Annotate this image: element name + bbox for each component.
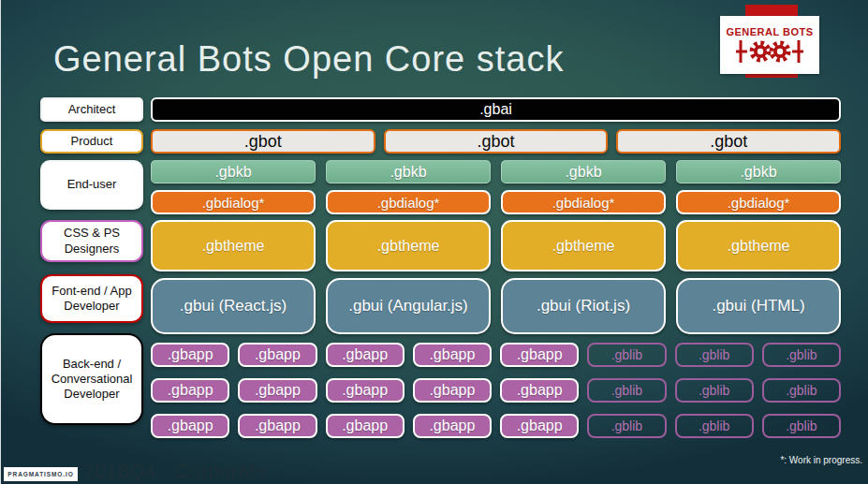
row-gbkb: .gbkb .gbkb .gbkb .gbkb bbox=[151, 160, 841, 183]
gbdialog-block: .gbdialog* bbox=[151, 190, 316, 214]
gbui-html-block: .gbui (HTML) bbox=[676, 278, 841, 334]
row-architect: .gbai bbox=[151, 97, 841, 122]
gbapp-block: .gbapp bbox=[151, 343, 229, 367]
gbui-angular-block: .gbui (Angular.js) bbox=[326, 278, 491, 334]
gears-icon bbox=[735, 38, 804, 65]
gbapp-block: .gbapp bbox=[326, 378, 405, 403]
gbdialog-block: .gbdialog* bbox=[326, 190, 491, 214]
gbapp-block: .gbapp bbox=[500, 414, 579, 438]
gbapp-block: .gbapp bbox=[500, 378, 579, 403]
gblib-block: .gblib bbox=[587, 343, 666, 367]
gblib-block: .gblib bbox=[675, 343, 754, 367]
label-architect: Architect bbox=[40, 97, 143, 122]
row-gbtheme: .gbtheme .gbtheme .gbtheme .gbtheme bbox=[151, 220, 841, 271]
label-product: Product bbox=[40, 129, 143, 154]
gbui-react-block: .gbui (React.js) bbox=[151, 278, 316, 334]
gbui-riot-block: .gbui (Riot.js) bbox=[501, 278, 666, 334]
gbot-block: .gbot bbox=[151, 129, 375, 154]
gblib-block: .gblib bbox=[762, 343, 841, 367]
gbdialog-block: .gbdialog* bbox=[501, 190, 666, 214]
gbtheme-block: .gbtheme bbox=[676, 220, 841, 271]
row-backend-3: .gbapp .gbapp .gbapp .gbapp .gbapp .gbli… bbox=[151, 414, 841, 438]
row-backend-1: .gbapp .gbapp .gbapp .gbapp .gbapp .gbli… bbox=[151, 343, 841, 367]
gbapp-block: .gbapp bbox=[238, 343, 316, 367]
logo-brand-text: GENERAL BOTS bbox=[726, 26, 813, 37]
work-in-progress-note: *: Work in progress. bbox=[780, 455, 862, 465]
footer-text: 2018Q4 - Corporate bbox=[83, 460, 267, 482]
general-bots-logo: GENERAL BOTS bbox=[720, 16, 819, 74]
gbapp-block: .gbapp bbox=[238, 378, 316, 403]
gbkb-block: .gbkb bbox=[326, 160, 491, 183]
gbapp-block: .gbapp bbox=[151, 378, 229, 403]
gbapp-block: .gbapp bbox=[151, 414, 229, 438]
gbtheme-block: .gbtheme bbox=[501, 220, 666, 271]
gbkb-block: .gbkb bbox=[676, 160, 841, 183]
slide: General Bots Open Core stack GENERAL BOT… bbox=[0, 0, 868, 484]
gbapp-block: .gbapp bbox=[413, 414, 492, 438]
gbapp-block: .gbapp bbox=[326, 343, 405, 367]
gblib-block: .gblib bbox=[675, 414, 754, 438]
label-css-ps-designers: CSS & PS Designers bbox=[40, 220, 143, 262]
gbkb-block: .gbkb bbox=[151, 160, 316, 183]
gbtheme-block: .gbtheme bbox=[151, 220, 316, 271]
gbai-block: .gbai bbox=[151, 97, 841, 122]
row-gbdialog: .gbdialog* .gbdialog* .gbdialog* .gbdial… bbox=[151, 190, 841, 214]
label-backend-conversational-developer: Back-end / Conversational Developer bbox=[40, 333, 143, 425]
label-frontend-app-developer: Font-end / App Developer bbox=[40, 274, 143, 323]
gblib-block: .gblib bbox=[587, 414, 666, 438]
gblib-block: .gblib bbox=[675, 378, 754, 403]
row-gbui: .gbui (React.js) .gbui (Angular.js) .gbu… bbox=[151, 278, 841, 334]
gbapp-block: .gbapp bbox=[413, 343, 492, 367]
row-backend-2: .gbapp .gbapp .gbapp .gbapp .gbapp .gbli… bbox=[151, 378, 841, 403]
gbkb-block: .gbkb bbox=[501, 160, 666, 183]
gbapp-block: .gbapp bbox=[238, 414, 316, 438]
gblib-block: .gblib bbox=[762, 378, 841, 403]
gbapp-block: .gbapp bbox=[326, 414, 405, 438]
gblib-block: .gblib bbox=[587, 378, 666, 403]
label-end-user: End-user bbox=[40, 160, 143, 210]
gbapp-block: .gbapp bbox=[413, 378, 492, 403]
gbapp-block: .gbapp bbox=[500, 343, 579, 367]
row-product: .gbot .gbot .gbot bbox=[151, 129, 841, 154]
slide-title: General Bots Open Core stack bbox=[53, 39, 564, 80]
gblib-block: .gblib bbox=[762, 414, 841, 438]
gbtheme-block: .gbtheme bbox=[326, 220, 491, 271]
gbot-block: .gbot bbox=[616, 129, 841, 154]
gbdialog-block: .gbdialog* bbox=[676, 190, 841, 214]
gbot-block: .gbot bbox=[384, 129, 609, 154]
pragmatismo-logo: PRAGMATISMO.IO bbox=[4, 467, 78, 481]
